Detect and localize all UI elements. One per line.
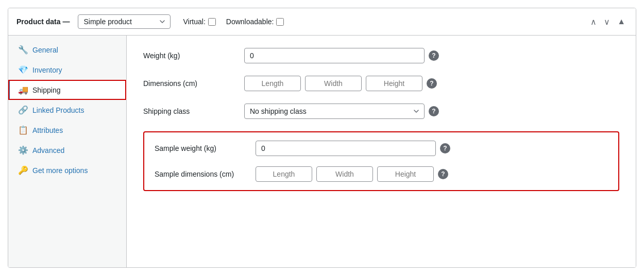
sidebar-item-inventory[interactable]: 💎 Inventory [8, 60, 126, 80]
inventory-icon: 💎 [18, 65, 27, 75]
shipping-class-inputs: No shipping class ? [244, 104, 439, 119]
sidebar-label-shipping: Shipping [32, 86, 61, 94]
product-data-body: 🔧 General 💎 Inventory 🚚 Shipping 🔗 Linke… [8, 36, 636, 267]
sample-section: Sample weight (kg) ? Sample dimensions (… [143, 131, 619, 191]
sample-weight-help-icon[interactable]: ? [440, 143, 450, 153]
downloadable-checkbox-label[interactable]: Downloadable: [226, 18, 284, 26]
sidebar-label-attributes: Attributes [32, 126, 63, 134]
sample-weight-row: Sample weight (kg) ? [155, 141, 608, 156]
sample-dimensions-help-icon[interactable]: ? [438, 169, 448, 179]
length-input[interactable] [244, 76, 301, 91]
sidebar-nav: 🔧 General 💎 Inventory 🚚 Shipping 🔗 Linke… [8, 36, 127, 267]
sidebar-item-attributes[interactable]: 📋 Attributes [8, 120, 126, 140]
attributes-icon: 📋 [18, 125, 27, 135]
shipping-class-row: Shipping class No shipping class ? [143, 104, 619, 119]
arrow-down-button[interactable]: ∨ [602, 16, 612, 28]
sample-width-input[interactable] [316, 166, 373, 182]
sample-length-input[interactable] [256, 166, 312, 182]
sidebar-item-advanced[interactable]: ⚙️ Advanced [8, 140, 126, 160]
header-arrows: ∧ ∨ ▲ [588, 16, 628, 28]
dimensions-help-icon[interactable]: ? [427, 78, 437, 89]
product-data-title: Product data — [16, 18, 70, 26]
height-input[interactable] [366, 76, 422, 91]
sample-dimensions-row: Sample dimensions (cm) ? [155, 166, 608, 182]
shipping-class-chevron-icon [414, 110, 419, 113]
linked-products-icon: 🔗 [18, 105, 27, 115]
shipping-main-content: Weight (kg) ? Dimensions (cm) ? Shipping [127, 36, 636, 267]
downloadable-label-text: Downloadable: [226, 18, 274, 26]
arrow-up-button[interactable]: ∧ [588, 16, 599, 28]
shipping-class-value: No shipping class [250, 107, 307, 115]
product-type-chevron-icon [160, 20, 165, 23]
sidebar-item-get-more-options[interactable]: 🔑 Get more options [8, 160, 126, 180]
sidebar-label-inventory: Inventory [32, 66, 62, 74]
product-data-header: Product data — Simple product Virtual: D… [8, 8, 636, 36]
sidebar-label-general: General [32, 46, 58, 54]
sample-dimensions-label: Sample dimensions (cm) [155, 170, 247, 178]
dimensions-inputs: ? [244, 76, 437, 91]
sample-weight-inputs: ? [256, 141, 450, 156]
product-type-select[interactable]: Simple product [78, 14, 171, 29]
weight-inputs: ? [244, 48, 439, 63]
sample-weight-input[interactable] [256, 141, 436, 156]
virtual-checkbox-label[interactable]: Virtual: [183, 18, 215, 26]
get-more-options-icon: 🔑 [18, 165, 27, 175]
virtual-checkbox[interactable] [208, 18, 216, 26]
weight-row: Weight (kg) ? [143, 48, 619, 63]
sample-dimensions-inputs: ? [256, 166, 448, 182]
weight-help-icon[interactable]: ? [429, 50, 439, 61]
advanced-icon: ⚙️ [18, 145, 27, 155]
virtual-label-text: Virtual: [183, 18, 205, 26]
product-data-panel: Product data — Simple product Virtual: D… [8, 8, 636, 268]
general-icon: 🔧 [18, 45, 27, 55]
sample-weight-label: Sample weight (kg) [155, 144, 247, 152]
shipping-class-label: Shipping class [143, 107, 236, 115]
sidebar-item-general[interactable]: 🔧 General [8, 40, 126, 60]
weight-label: Weight (kg) [143, 52, 236, 60]
header-checkboxes: Virtual: Downloadable: [183, 18, 284, 26]
shipping-icon: 🚚 [18, 85, 27, 95]
width-input[interactable] [305, 76, 362, 91]
sample-height-input[interactable] [377, 166, 434, 182]
sidebar-label-get-more-options: Get more options [32, 166, 88, 175]
product-type-label: Simple product [83, 18, 131, 26]
shipping-class-select[interactable]: No shipping class [244, 104, 425, 119]
sidebar-label-advanced: Advanced [32, 146, 64, 155]
downloadable-checkbox[interactable] [276, 18, 284, 26]
sidebar-item-linked-products[interactable]: 🔗 Linked Products [8, 100, 126, 120]
shipping-class-help-icon[interactable]: ? [429, 106, 439, 116]
arrow-expand-button[interactable]: ▲ [615, 16, 628, 27]
sidebar-item-shipping[interactable]: 🚚 Shipping [8, 80, 126, 100]
weight-input[interactable] [244, 48, 425, 63]
dimensions-row: Dimensions (cm) ? [143, 76, 619, 91]
sidebar-label-linked-products: Linked Products [32, 106, 84, 114]
dimensions-label: Dimensions (cm) [143, 79, 236, 88]
